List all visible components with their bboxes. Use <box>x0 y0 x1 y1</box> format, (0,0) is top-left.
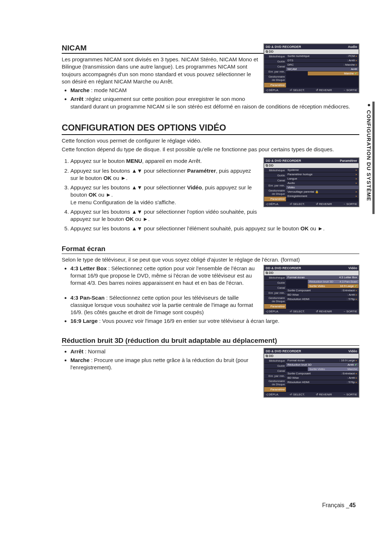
bullet-nicam-arret: Arrêt :réglez uniquement sur cette posit… <box>70 95 359 110</box>
footer-page-number: 45 <box>349 502 356 508</box>
text-format-intro: Selon le type de téléviseur, il se peut … <box>62 256 359 263</box>
side-indicator-bar <box>372 102 375 214</box>
osd-panel-nr3d: DD & DVD RECORDERVidéo⧉ DDBibliothèqueGu… <box>264 348 359 398</box>
heading-nr3d: Réduction bruit 3D (réduction du bruit a… <box>62 337 359 346</box>
side-tab-label: ● CONFIGURATION DU SYSTÈME <box>366 102 372 201</box>
step-5: Appuyez sur les boutons ▲▼ pour sélectio… <box>70 225 359 232</box>
page-footer: Français _45 <box>322 502 356 509</box>
osd-panel-parametrer: DD & DVD RECORDERParamétrer⧉ DDBibliothè… <box>264 157 359 207</box>
footer-lang: Français _ <box>322 502 350 508</box>
step-4: Appuyez sur les boutons ▲▼ pour sélectio… <box>70 208 359 223</box>
bullet-169-large: 16:9 Large : Vous pouvez voir l'image 16… <box>70 317 359 325</box>
osd-panel-nicam: DD & DVD RECORDERAudio⧉ DDBibliothèqueGu… <box>264 44 359 93</box>
text-config-intro2: Cette fonction dépend du type de disque.… <box>62 146 359 153</box>
text-config-intro1: Cette fonction vous permet de configurer… <box>62 137 359 144</box>
heading-format-ecran: Format écran <box>62 245 359 254</box>
osd-panel-format: DD & DVD RECORDERVidéo⧉ DDBibliothèqueGu… <box>264 265 359 315</box>
heading-config-video: CONFIGURATION DES OPTIONS VIDÉO <box>62 123 359 135</box>
